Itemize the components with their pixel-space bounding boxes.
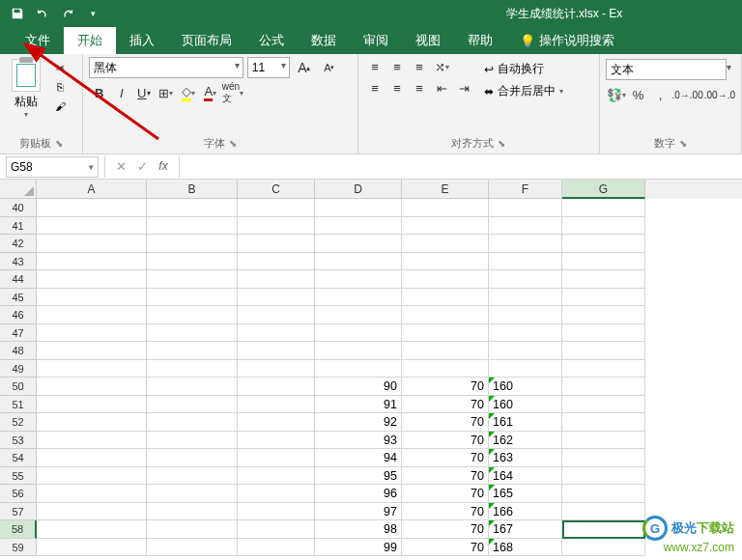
increase-font-button[interactable]: A▴ xyxy=(294,57,315,78)
cell-C51[interactable] xyxy=(238,396,315,414)
cell-A43[interactable] xyxy=(37,253,147,271)
font-launcher[interactable]: ⬊ xyxy=(229,138,237,149)
cell-D41[interactable] xyxy=(315,217,402,236)
row-header-47[interactable]: 47 xyxy=(0,324,37,343)
cell-B41[interactable] xyxy=(147,217,238,236)
cell-F56[interactable]: 165 xyxy=(489,485,562,503)
font-color-button[interactable]: A xyxy=(200,82,221,103)
enter-formula-button[interactable]: ✓ xyxy=(132,159,152,174)
row-header-52[interactable]: 52 xyxy=(0,413,37,432)
cell-A40[interactable] xyxy=(37,199,147,217)
cell-B48[interactable] xyxy=(147,342,238,360)
cell-E55[interactable]: 70 xyxy=(402,467,489,486)
cell-G59[interactable] xyxy=(562,539,645,557)
format-painter-button[interactable]: 🖌 xyxy=(50,98,70,115)
cell-D51[interactable]: 91 xyxy=(315,396,402,414)
redo-button[interactable] xyxy=(56,2,79,25)
row-header-54[interactable]: 54 xyxy=(0,449,37,467)
row-header-59[interactable]: 59 xyxy=(0,539,37,557)
number-launcher[interactable]: ⬊ xyxy=(679,138,687,149)
row-header-56[interactable]: 56 xyxy=(0,485,37,503)
cell-F46[interactable] xyxy=(489,306,562,324)
cell-C55[interactable] xyxy=(238,467,315,486)
cell-B55[interactable] xyxy=(147,467,238,486)
cell-A52[interactable] xyxy=(37,413,147,432)
row-header-50[interactable]: 50 xyxy=(0,378,37,396)
border-button[interactable]: ⊞ xyxy=(156,82,177,103)
cell-D50[interactable]: 90 xyxy=(315,378,402,396)
cell-E58[interactable]: 70 xyxy=(402,520,489,539)
cell-F41[interactable] xyxy=(489,217,562,236)
cell-E47[interactable] xyxy=(402,324,489,343)
cell-C43[interactable] xyxy=(238,253,315,271)
cell-D48[interactable] xyxy=(315,342,402,360)
accounting-format-button[interactable]: 💱 xyxy=(606,84,627,105)
cell-F53[interactable]: 162 xyxy=(489,432,562,450)
number-format-select[interactable] xyxy=(606,59,727,80)
comma-format-button[interactable]: , xyxy=(650,84,671,105)
cell-G50[interactable] xyxy=(562,378,645,396)
col-header-E[interactable]: E xyxy=(402,180,489,199)
merge-center-button[interactable]: ⬌合并后居中 ▾ xyxy=(478,81,569,101)
cell-B47[interactable] xyxy=(147,324,238,343)
cell-F58[interactable]: 167 xyxy=(489,520,562,539)
row-header-44[interactable]: 44 xyxy=(0,270,37,289)
decrease-decimal-button[interactable]: .00→.0 xyxy=(704,84,735,105)
decrease-indent-button[interactable]: ⇤ xyxy=(431,78,452,98)
row-header-48[interactable]: 48 xyxy=(0,342,37,360)
cell-A56[interactable] xyxy=(37,485,147,503)
row-header-57[interactable]: 57 xyxy=(0,503,37,521)
cell-G54[interactable] xyxy=(562,449,645,467)
cell-E59[interactable]: 70 xyxy=(402,539,489,557)
fill-color-button[interactable]: ◇ xyxy=(178,82,199,103)
cell-A53[interactable] xyxy=(37,432,147,450)
cell-A48[interactable] xyxy=(37,342,147,360)
cell-B54[interactable] xyxy=(147,449,238,467)
cell-G53[interactable] xyxy=(562,432,645,450)
cell-D59[interactable]: 99 xyxy=(315,539,402,557)
cell-D54[interactable]: 94 xyxy=(315,449,402,467)
col-header-D[interactable]: D xyxy=(315,180,402,199)
cell-D57[interactable]: 97 xyxy=(315,503,402,521)
cell-E41[interactable] xyxy=(402,217,489,236)
cell-B53[interactable] xyxy=(147,432,238,450)
cell-F44[interactable] xyxy=(489,270,562,289)
row-header-43[interactable]: 43 xyxy=(0,253,37,271)
cell-E51[interactable]: 70 xyxy=(402,396,489,414)
align-center-button[interactable]: ≡ xyxy=(386,78,408,98)
cell-A49[interactable] xyxy=(37,360,147,378)
cell-D43[interactable] xyxy=(315,253,402,271)
cell-G44[interactable] xyxy=(562,270,645,289)
cell-D49[interactable] xyxy=(315,360,402,378)
cell-B51[interactable] xyxy=(147,396,238,414)
formula-bar[interactable] xyxy=(179,156,742,178)
fx-button[interactable]: fx xyxy=(154,159,173,174)
cell-D42[interactable] xyxy=(315,235,402,253)
select-all-corner[interactable] xyxy=(0,180,37,199)
cell-G49[interactable] xyxy=(562,360,645,378)
font-name-select[interactable] xyxy=(89,57,243,78)
row-header-51[interactable]: 51 xyxy=(0,396,37,414)
cell-C47[interactable] xyxy=(238,324,315,343)
cell-E45[interactable] xyxy=(402,289,489,307)
cell-E46[interactable] xyxy=(402,306,489,324)
cell-E48[interactable] xyxy=(402,342,489,360)
cell-A57[interactable] xyxy=(37,503,147,521)
tab-home[interactable]: 开始 xyxy=(64,27,116,54)
cell-C59[interactable] xyxy=(238,539,315,557)
cell-G51[interactable] xyxy=(562,396,645,414)
cell-F47[interactable] xyxy=(489,324,562,343)
cell-B49[interactable] xyxy=(147,360,238,378)
cell-F43[interactable] xyxy=(489,253,562,271)
tab-layout[interactable]: 页面布局 xyxy=(168,27,245,54)
paste-button[interactable]: 粘贴 ▾ xyxy=(6,57,46,119)
cell-G40[interactable] xyxy=(562,199,645,217)
cell-D46[interactable] xyxy=(315,306,402,324)
cell-F42[interactable] xyxy=(489,235,562,253)
row-header-53[interactable]: 53 xyxy=(0,432,37,450)
bold-button[interactable]: B xyxy=(89,82,110,103)
tab-help[interactable]: 帮助 xyxy=(454,27,506,54)
cell-G46[interactable] xyxy=(562,306,645,324)
decrease-font-button[interactable]: A▾ xyxy=(319,57,340,78)
col-header-C[interactable]: C xyxy=(238,180,315,199)
